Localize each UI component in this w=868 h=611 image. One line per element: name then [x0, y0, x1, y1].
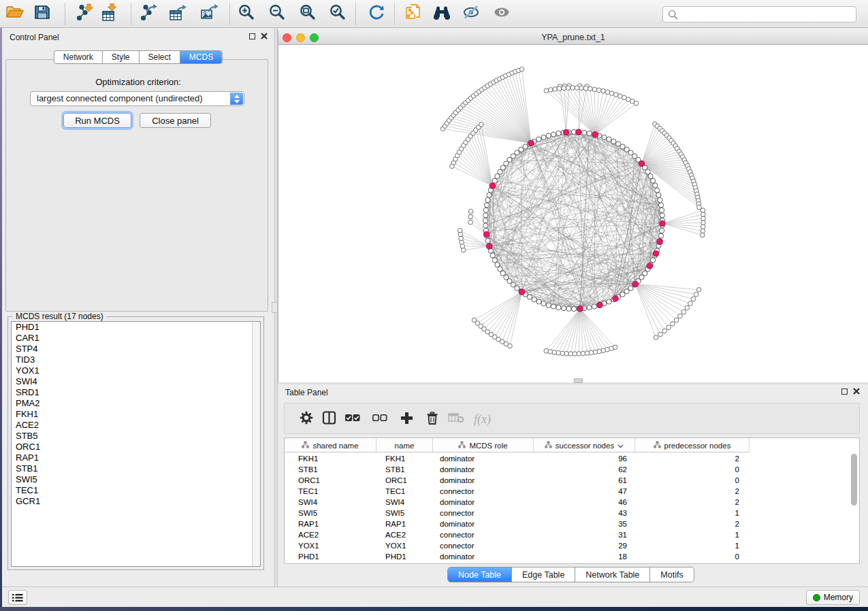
table-cell[interactable]: 47 [534, 486, 635, 497]
table-cell[interactable]: FKH1 [376, 453, 433, 464]
mcds-node-item[interactable]: TEC1 [12, 485, 260, 496]
export-table-button[interactable] [167, 3, 188, 24]
tab-edge-table[interactable]: Edge Table [511, 567, 575, 582]
table-cell[interactable]: connector [433, 540, 534, 551]
table-cell[interactable]: dominator [433, 453, 534, 464]
tab-node-table[interactable]: Node Table [448, 567, 511, 582]
table-cell[interactable]: 2 [635, 518, 750, 529]
mcds-node-item[interactable]: STB5 [12, 431, 260, 442]
table-cell[interactable]: RAP1 [376, 518, 433, 529]
table-cell[interactable]: 0 [635, 464, 750, 475]
table-cell[interactable]: connector [433, 529, 534, 540]
table-cell[interactable]: 1 [635, 508, 750, 518]
open-session-button[interactable] [5, 3, 25, 24]
hide-graphics-details-button[interactable] [461, 3, 481, 24]
deselect-all-button[interactable] [372, 409, 387, 429]
mcds-result-list[interactable]: PHD1CAR1STP4TID3YOX1SWI4SRD1PMA2FKH1ACE2… [11, 321, 261, 567]
mcds-node-item[interactable]: CAR1 [12, 333, 260, 344]
search-input[interactable] [678, 7, 856, 21]
table-cell[interactable]: 61 [534, 475, 635, 486]
find-button[interactable] [432, 3, 452, 24]
table-row[interactable]: PHD1PHD1dominator180 [285, 551, 859, 562]
mcds-node-item[interactable]: ORC1 [12, 442, 260, 452]
table-cell[interactable]: SWI4 [285, 497, 376, 508]
tab-mcds[interactable]: MCDS [180, 51, 222, 63]
horizontal-splitter-grip[interactable] [574, 378, 583, 383]
table-cell[interactable]: connector [433, 486, 534, 497]
network-graph[interactable] [278, 45, 868, 382]
show-graphics-details-button[interactable] [492, 3, 512, 24]
table-cell[interactable]: dominator [433, 497, 534, 508]
table-cell[interactable]: STB1 [376, 464, 433, 475]
export-network-button[interactable] [139, 3, 159, 24]
mcds-node-item[interactable]: ACE2 [12, 420, 260, 431]
table-cell[interactable]: 2 [635, 497, 750, 508]
mcds-node-item[interactable]: RAP1 [12, 452, 260, 463]
zoom-out-button[interactable] [267, 3, 287, 24]
network-window-titlebar[interactable]: YPA_prune.txt_1 [278, 31, 868, 45]
run-mcds-button[interactable]: Run MCDS [63, 113, 131, 128]
criterion-dropdown[interactable]: largest connected component (undirected) [30, 91, 244, 106]
table-cell[interactable]: TEC1 [376, 486, 433, 497]
table-cell[interactable]: 2 [635, 486, 750, 497]
table-cell[interactable]: dominator [433, 475, 534, 486]
tab-network-table[interactable]: Network Table [575, 567, 649, 582]
save-session-button[interactable] [32, 3, 52, 24]
close-panel-button[interactable]: Close panel [140, 113, 211, 128]
table-cell[interactable]: PHD1 [376, 551, 433, 562]
mcds-node-item[interactable]: PHD1 [12, 322, 260, 333]
float-table-panel-icon[interactable] [841, 389, 848, 395]
tab-network[interactable]: Network [54, 51, 102, 63]
import-network-button[interactable] [75, 3, 95, 24]
table-cell[interactable]: ACE2 [376, 529, 433, 540]
table-cell[interactable]: STB1 [285, 464, 376, 475]
tab-style[interactable]: Style [102, 51, 139, 63]
column-header-MCDS-role[interactable]: MCDS role [433, 438, 534, 452]
table-cell[interactable]: TEC1 [285, 486, 376, 497]
add-column-button[interactable] [400, 409, 414, 429]
vertical-splitter[interactable] [274, 28, 278, 587]
table-row[interactable]: ORC1ORC1dominator610 [285, 475, 859, 486]
mcds-node-item[interactable]: STP4 [12, 344, 260, 354]
export-image-button[interactable] [199, 3, 219, 24]
mcds-node-item[interactable]: SWI5 [12, 474, 260, 485]
zoom-selected-button[interactable] [327, 3, 348, 24]
mcds-list-scrollbar[interactable] [252, 322, 260, 566]
close-panel-icon[interactable] [261, 33, 268, 39]
toggle-panel-columns-button[interactable] [322, 409, 336, 429]
zoom-in-button[interactable] [236, 3, 257, 24]
table-cell[interactable]: PHD1 [285, 551, 376, 562]
close-table-panel-icon[interactable] [853, 388, 860, 395]
table-cell[interactable]: ORC1 [285, 475, 376, 486]
import-table-button[interactable] [99, 3, 119, 24]
column-header-predecessor-nodes[interactable]: predecessor nodes [635, 438, 750, 452]
tab-select[interactable]: Select [139, 51, 180, 63]
table-cell[interactable]: dominator [433, 551, 534, 562]
mcds-node-item[interactable]: TID3 [12, 354, 260, 365]
table-row[interactable]: RAP1RAP1dominator352 [285, 518, 859, 529]
table-cell[interactable]: 0 [635, 551, 750, 562]
apply-layout-button[interactable] [366, 3, 387, 24]
table-cell[interactable]: 43 [534, 508, 635, 518]
memory-button[interactable]: Memory [806, 590, 860, 605]
network-canvas[interactable] [278, 45, 868, 382]
table-cell[interactable]: 96 [534, 453, 635, 464]
mcds-node-item[interactable]: FKH1 [12, 409, 260, 420]
table-cell[interactable]: 46 [534, 497, 635, 508]
table-cell[interactable]: 29 [534, 540, 635, 551]
float-panel-icon[interactable] [249, 33, 255, 39]
table-row[interactable]: SWI4SWI4dominator462 [285, 497, 859, 508]
table-cell[interactable]: 18 [534, 551, 635, 562]
column-header-shared-name[interactable]: shared name [285, 438, 376, 452]
status-menu-button[interactable] [8, 590, 27, 605]
table-row[interactable]: FKH1FKH1dominator962 [285, 453, 859, 464]
table-options-button[interactable] [300, 409, 313, 429]
table-row[interactable]: ACE2ACE2connector311 [285, 529, 859, 540]
clone-network-button[interactable] [403, 3, 423, 24]
table-cell[interactable]: dominator [433, 464, 534, 475]
mcds-node-item[interactable]: GCR1 [12, 496, 260, 507]
zoom-fit-button[interactable] [298, 3, 318, 24]
column-header-successor-nodes[interactable]: successor nodes [534, 438, 635, 452]
table-cell[interactable]: dominator [433, 518, 534, 529]
tab-motifs[interactable]: Motifs [649, 567, 693, 582]
